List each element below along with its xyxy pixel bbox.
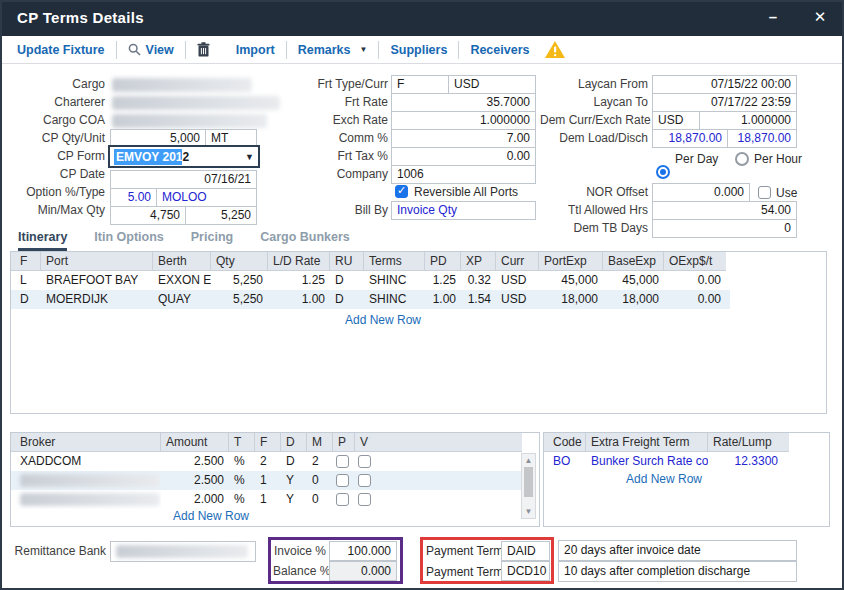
cell-amount[interactable]: 2.500 <box>161 471 229 490</box>
cell-f[interactable]: D <box>15 290 41 309</box>
itinerary-row[interactable]: D MOERDIJK QUAY 5,250 1.00 D SHINC 1.00 … <box>11 290 730 309</box>
remarks-button[interactable]: Remarks ▼ <box>298 43 368 57</box>
invoice-pct-field[interactable]: 100.000 <box>329 541 397 561</box>
cell-pd[interactable]: 1.25 <box>425 271 461 290</box>
cell-m[interactable]: 0 <box>307 471 333 490</box>
frt-type-field[interactable]: F <box>391 75 449 94</box>
balance-pct-field[interactable]: 0.000 <box>329 561 397 581</box>
dem-disch-field[interactable]: 18,870.00 <box>727 129 797 148</box>
v-checkbox[interactable] <box>358 493 371 506</box>
cell-ld-rate[interactable]: 1.25 <box>268 271 330 290</box>
cell-f[interactable]: L <box>15 271 41 290</box>
cell-portexp[interactable]: 45,000 <box>539 271 603 290</box>
option-pct-field[interactable]: 5.00 <box>110 188 157 207</box>
dem-load-field[interactable]: 18,870.00 <box>652 129 728 148</box>
cp-form-dropdown[interactable]: EMVOY 201 2 ▼ <box>108 145 260 168</box>
option-type-field[interactable]: MOLOO <box>156 188 257 207</box>
dem-tb-days-field[interactable]: 0 <box>652 219 797 238</box>
cell-port[interactable]: MOERDIJK <box>41 290 153 309</box>
cell-xp[interactable]: 0.32 <box>461 271 496 290</box>
cell-t[interactable]: % <box>229 471 255 490</box>
itinerary-row[interactable]: L BRAEFOOT BAY EXXON EA 5,250 1.25 D SHI… <box>11 271 730 290</box>
cell-amount[interactable]: 2.500 <box>161 452 229 471</box>
comm-pct-field[interactable]: 7.00 <box>391 129 536 148</box>
cell-portexp[interactable]: 18,000 <box>539 290 603 309</box>
cp-date-field[interactable]: 07/16/21 <box>110 170 257 189</box>
company-field[interactable]: 1006 <box>391 165 536 184</box>
cell-code[interactable]: BO <box>548 452 586 471</box>
reversible-all-ports-checkbox[interactable] <box>395 185 408 198</box>
broker-add-new-row-link[interactable]: Add New Row <box>151 509 271 523</box>
update-fixture-button[interactable]: Update Fixture <box>17 43 105 57</box>
itinerary-add-new-row-link[interactable]: Add New Row <box>333 313 433 327</box>
cell-t[interactable]: % <box>229 490 255 509</box>
payment-terms-code-field[interactable]: DCD10 <box>501 561 550 581</box>
tab-itinerary[interactable]: Itinerary <box>18 230 67 251</box>
cell-oexp[interactable]: 0.00 <box>664 271 726 290</box>
cell-t[interactable]: % <box>229 452 255 471</box>
laycan-from-field[interactable]: 07/15/22 00:00 <box>652 75 797 94</box>
cell-oexp[interactable]: 0.00 <box>664 290 726 309</box>
cell-m[interactable]: 2 <box>307 452 333 471</box>
dem-curr-field[interactable]: USD <box>652 111 700 130</box>
p-checkbox[interactable] <box>336 474 349 487</box>
cell-ld-rate[interactable]: 1.00 <box>268 290 330 309</box>
cell-ru[interactable]: D <box>330 290 364 309</box>
cell-rate-lump[interactable]: 12.3300 <box>708 452 783 471</box>
nor-offset-field[interactable]: 0.000 <box>652 183 750 202</box>
per-hour-radio[interactable] <box>735 152 749 166</box>
frt-curr-field[interactable]: USD <box>448 75 536 94</box>
cargo-field-redacted[interactable] <box>112 78 252 92</box>
cell-f[interactable]: 2 <box>255 452 281 471</box>
broker-row[interactable]: XADDCOM 2.500 % 2 D 2 <box>11 452 539 471</box>
tab-itin-options[interactable]: Itin Options <box>94 230 163 251</box>
cell-f[interactable]: 1 <box>255 490 281 509</box>
extra-freight-add-new-row-link[interactable]: Add New Row <box>599 472 729 486</box>
cell-curr[interactable]: USD <box>496 290 539 309</box>
cell-baseexp[interactable]: 45,000 <box>603 271 664 290</box>
charterer-field-redacted[interactable] <box>112 96 280 110</box>
cell-berth[interactable]: QUAY <box>153 290 211 309</box>
cell-d[interactable]: Y <box>281 471 307 490</box>
cell-curr[interactable]: USD <box>496 271 539 290</box>
ttl-allowed-hrs-field[interactable]: 54.00 <box>652 201 797 220</box>
frt-tax-field[interactable]: 0.00 <box>391 147 536 166</box>
cell-qty[interactable]: 5,250 <box>211 290 268 309</box>
cell-qty[interactable]: 5,250 <box>211 271 268 290</box>
scroll-down-icon[interactable]: ▼ <box>522 505 535 518</box>
bill-by-field[interactable]: Invoice Qty <box>391 201 536 220</box>
broker-row[interactable]: 2.500 % 1 Y 0 <box>11 471 526 490</box>
cell-terms[interactable]: SHINC <box>364 290 425 309</box>
broker-row[interactable]: 2.000 % 1 Y 0 <box>11 490 539 509</box>
cell-port[interactable]: BRAEFOOT BAY <box>41 271 153 290</box>
warning-triangle-icon[interactable] <box>544 40 566 59</box>
minimize-button[interactable]: – <box>758 0 788 36</box>
cell-d[interactable]: Y <box>281 490 307 509</box>
v-checkbox[interactable] <box>358 474 371 487</box>
cell-xp[interactable]: 1.54 <box>461 290 496 309</box>
cell-terms[interactable]: SHINC <box>364 271 425 290</box>
delete-button[interactable] <box>197 42 210 57</box>
remittance-bank-field[interactable] <box>110 541 256 562</box>
cell-ru[interactable]: D <box>330 271 364 290</box>
cell-pd[interactable]: 1.00 <box>425 290 461 309</box>
dem-exch-rate-field[interactable]: 1.000000 <box>699 111 797 130</box>
exch-rate-field[interactable]: 1.000000 <box>391 111 536 130</box>
min-qty-field[interactable]: 4,750 <box>110 206 186 225</box>
max-qty-field[interactable]: 5,250 <box>185 206 257 225</box>
v-checkbox[interactable] <box>358 455 371 468</box>
scroll-up-icon[interactable]: ▲ <box>522 454 535 467</box>
suppliers-button[interactable]: Suppliers <box>390 43 447 57</box>
import-button[interactable]: Import <box>236 43 275 57</box>
p-checkbox[interactable] <box>336 493 349 506</box>
frt-rate-field[interactable]: 35.7000 <box>391 93 536 112</box>
tab-pricing[interactable]: Pricing <box>191 230 233 251</box>
tab-cargo-bunkers[interactable]: Cargo Bunkers <box>260 230 350 251</box>
cell-extra-freight-term[interactable]: Bunker Surch Rate com <box>586 452 708 471</box>
scrollbar-thumb[interactable] <box>524 467 533 497</box>
cell-berth[interactable]: EXXON EA <box>153 271 211 290</box>
close-button[interactable]: ✕ <box>805 0 835 36</box>
cell-broker[interactable]: XADDCOM <box>15 452 161 471</box>
cell-amount[interactable]: 2.000 <box>161 490 229 509</box>
receivers-button[interactable]: Receivers <box>470 43 529 57</box>
